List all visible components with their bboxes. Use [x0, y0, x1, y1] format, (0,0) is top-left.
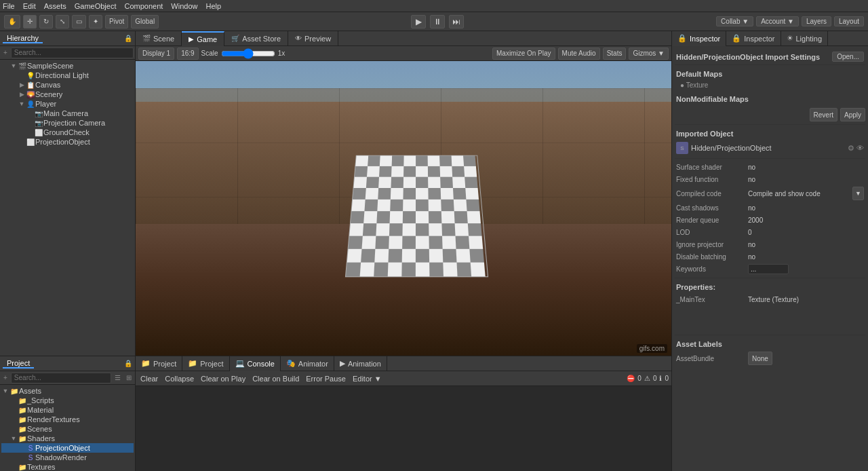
maincam-label: Main Camera — [43, 109, 134, 117]
checker-cell — [378, 177, 391, 188]
scale-tool-btn[interactable]: ⤡ — [56, 15, 69, 29]
shadowrender-shader[interactable]: S ShadowRender — [1, 453, 134, 462]
shaders-folder[interactable]: ▼ 📁 Shaders — [1, 434, 134, 443]
display-btn[interactable]: Display 1 — [138, 48, 174, 60]
textures-folder[interactable]: 📁 Textures — [1, 462, 134, 471]
hierarchy-add-btn[interactable]: + — [1, 49, 9, 56]
inspector-tab-label: Inspector — [690, 35, 720, 43]
lighting-tab[interactable]: ☀ Lighting — [781, 31, 829, 46]
projobj-shader[interactable]: S ProjectionObject — [1, 443, 134, 453]
game-tab-label: Game — [197, 35, 217, 43]
tree-item-projobj[interactable]: ⬜ ProjectionObject — [1, 137, 134, 147]
menu-help[interactable]: Help — [205, 2, 221, 10]
global-btn[interactable]: Global — [131, 15, 159, 29]
menu-gameobject[interactable]: GameObject — [75, 2, 117, 10]
hierarchy-tab[interactable]: Hierarchy — [3, 34, 43, 43]
error-pause-btn[interactable]: Error Pause — [304, 375, 348, 383]
scale-slider[interactable] — [221, 48, 275, 59]
pause-button[interactable]: ⏸ — [430, 15, 445, 29]
checker-cell — [392, 155, 404, 166]
project-add-btn[interactable]: + — [1, 374, 9, 381]
project2-bottom-tab[interactable]: 📁 Project — [182, 356, 229, 371]
obj-view-btn[interactable]: 👁 — [856, 144, 864, 153]
asset-store-tab[interactable]: 🛒 Asset Store — [224, 31, 288, 46]
checker-cell — [403, 166, 416, 177]
console-bottom-tab[interactable]: 💻 Console — [230, 356, 281, 371]
menu-file[interactable]: File — [3, 2, 15, 10]
aspect-btn[interactable]: 16:9 — [177, 48, 198, 60]
assets-folder[interactable]: ▼ 📁 Assets — [1, 386, 134, 396]
menu-window[interactable]: Window — [171, 2, 197, 10]
clear-btn[interactable]: Clear — [138, 375, 160, 383]
animator-bottom-tab[interactable]: 🎭 Animator — [281, 356, 334, 371]
mute-btn[interactable]: Mute Audio — [558, 48, 600, 60]
project-lock[interactable]: 🔒 — [124, 360, 132, 367]
tree-item-scenery[interactable]: ▶ 🌄 Scenery — [1, 90, 134, 99]
editor-dropdown-btn[interactable]: Editor ▼ — [351, 375, 384, 383]
spacer-area — [675, 305, 865, 333]
rect-tool-btn[interactable]: ▭ — [72, 15, 86, 29]
menu-component[interactable]: Component — [124, 2, 163, 10]
custom-tool-btn[interactable]: ✦ — [89, 15, 102, 29]
scripts-folder[interactable]: 📁 _Scripts — [1, 396, 134, 405]
collapse-btn[interactable]: Collapse — [163, 375, 196, 383]
tree-item-groundcheck[interactable]: ⬜ GroundCheck — [1, 128, 134, 137]
layout-btn[interactable]: Layout — [834, 16, 864, 26]
size-btn[interactable]: ⊞ — [124, 374, 134, 381]
divider3 — [675, 278, 865, 278]
main-tex-value: Texture (Texture) — [748, 296, 864, 303]
tree-item-samplescene[interactable]: ▼ 🎬 SampleScene — [1, 61, 134, 71]
scene-tab[interactable]: 🎬 Scene — [136, 31, 182, 46]
hierarchy-search[interactable] — [11, 48, 134, 58]
menu-edit[interactable]: Edit — [23, 2, 36, 10]
apply-btn[interactable]: Apply — [840, 108, 865, 121]
preview-tab[interactable]: 👁 Preview — [288, 31, 338, 46]
textures-label: Textures — [27, 463, 134, 471]
hierarchy-lock-icon[interactable]: 🔒 — [124, 35, 132, 42]
rendertex-folder[interactable]: 📁 RenderTextures — [1, 415, 134, 424]
step-button[interactable]: ⏭ — [449, 15, 464, 29]
menu-assets[interactable]: Assets — [44, 2, 66, 10]
surface-shader-label: Surface shader — [676, 164, 744, 171]
tree-item-canvas[interactable]: ▶ 📋 Canvas — [1, 80, 134, 90]
clear-on-play-btn[interactable]: Clear on Play — [199, 375, 248, 383]
checker-cell — [439, 155, 452, 166]
hand-tool-btn[interactable]: ✋ — [4, 15, 20, 29]
game-tab[interactable]: ▶ Game — [182, 31, 224, 46]
tree-item-projcam[interactable]: 📷 Projection Camera — [1, 118, 134, 128]
scenes-folder[interactable]: 📁 Scenes — [1, 424, 134, 434]
project-bottom-tab[interactable]: 📁 Project — [136, 356, 182, 371]
move-tool-btn[interactable]: ✛ — [23, 15, 37, 29]
open-btn[interactable]: Open... — [832, 52, 864, 62]
pivot-btn[interactable]: Pivot — [105, 15, 128, 29]
inspector-tab-2[interactable]: 🔒 Inspector — [726, 31, 781, 46]
asset-bundle-btn[interactable]: None — [748, 352, 772, 365]
maximize-btn[interactable]: Maximize On Play — [492, 48, 555, 60]
project-tab[interactable]: Project — [3, 359, 34, 369]
tree-item-maincam[interactable]: 📷 Main Camera — [1, 109, 134, 118]
obj-settings-btn[interactable]: ⚙ — [848, 144, 854, 153]
stats-btn[interactable]: Stats — [603, 48, 627, 60]
keywords-input[interactable] — [748, 264, 789, 274]
checker-cell — [361, 249, 375, 263]
tree-item-dirlight[interactable]: 💡 Directional Light — [1, 71, 134, 80]
checker-cell — [379, 166, 392, 177]
filter-btn[interactable]: ☰ — [113, 374, 123, 381]
material-folder[interactable]: 📁 Material — [1, 405, 134, 415]
collab-btn[interactable]: Collab ▼ — [716, 16, 753, 26]
clear-on-build-btn[interactable]: Clear on Build — [250, 375, 301, 383]
checker-cell — [368, 155, 380, 166]
animation-bottom-tab[interactable]: ▶ Animation — [334, 356, 387, 371]
play-button[interactable]: ▶ — [411, 15, 426, 29]
rotate-tool-btn[interactable]: ↻ — [39, 15, 53, 29]
revert-btn[interactable]: Revert — [810, 108, 837, 121]
gizmos-btn[interactable]: Gizmos ▼ — [629, 48, 669, 60]
compiled-code-btn[interactable]: ▼ — [852, 187, 864, 200]
account-btn[interactable]: Account ▼ — [756, 16, 799, 26]
project-header: Project 🔒 — [0, 356, 135, 371]
inspector-tab-1[interactable]: 🔒 Inspector — [672, 31, 726, 46]
tree-item-player[interactable]: ▼ 👤 Player — [1, 99, 134, 109]
project-search[interactable] — [11, 373, 111, 383]
arrow-icon: ▼ — [9, 435, 18, 442]
layers-btn[interactable]: Layers — [802, 16, 831, 26]
